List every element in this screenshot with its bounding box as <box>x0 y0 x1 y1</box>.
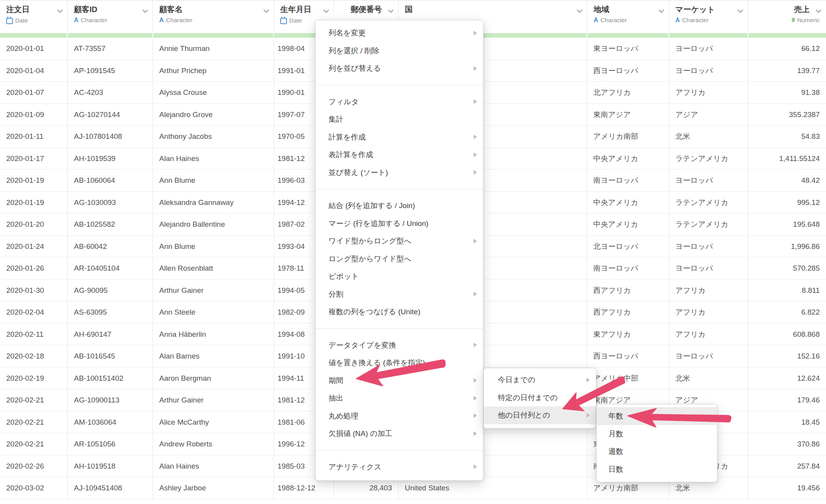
chevron-down-icon[interactable] <box>659 8 663 12</box>
column-name: 顧客ID <box>74 4 153 14</box>
submenu-arrow-icon <box>474 464 477 469</box>
cell: AC-4203 <box>68 82 153 104</box>
context-menu-item[interactable]: 列を並び替える <box>316 60 483 77</box>
date-icon <box>6 18 13 24</box>
menu-separator <box>316 450 483 450</box>
context-menu-item[interactable]: 結合 (列を追加する / Join) <box>316 197 483 215</box>
cell: Arthur Gainer <box>153 280 274 302</box>
column-type: ACharacter <box>74 17 153 24</box>
submenu-arrow-icon <box>474 431 477 436</box>
chevron-down-icon[interactable] <box>388 8 393 12</box>
context-menu-item[interactable]: 欠損値 (NA) の加工 <box>316 425 483 443</box>
submenu-item[interactable]: 今日までの <box>484 371 596 389</box>
data-wrangling-table-screen: 注文日Date顧客IDACharacter顧客名ACharacter生年月日Da… <box>0 0 826 504</box>
column-name: 地域 <box>594 4 669 14</box>
chevron-down-icon[interactable] <box>324 8 328 12</box>
submenu-item[interactable]: 他の日付列との <box>484 406 596 424</box>
menu-item-label: ロング型からワイド型へ <box>329 255 411 263</box>
subsubmenu-item[interactable]: 年数 <box>597 407 717 425</box>
submenu-arrow-icon <box>474 170 477 175</box>
column-header-8[interactable]: マーケットACharacter <box>669 0 748 33</box>
menu-item-label: フィルタ <box>329 98 359 106</box>
context-menu-item[interactable]: 丸め処理 <box>316 407 483 425</box>
numeric-icon: # <box>791 17 795 24</box>
cell: アメリカ南部 <box>587 126 669 148</box>
cell: AH-1019518 <box>68 455 153 478</box>
context-menu-item[interactable]: ロング型からワイド型へ <box>316 250 483 268</box>
cell: 8.811 <box>748 280 826 302</box>
context-menu-item[interactable]: 期間 <box>316 372 483 390</box>
context-menu-item[interactable]: 表計算を作成 <box>316 146 483 164</box>
cell: ヨーロッパ <box>669 38 748 60</box>
cell: AR-1051056 <box>68 433 153 455</box>
character-icon: A <box>594 17 598 24</box>
chevron-down-icon[interactable] <box>738 8 742 12</box>
column-header-1[interactable]: 注文日Date <box>0 0 68 33</box>
context-menu-item[interactable]: アナリティクス <box>316 458 483 476</box>
cell: 2020-01-07 <box>0 82 68 104</box>
cell: アフリカ <box>669 301 748 324</box>
cell: Anthony Jacobs <box>153 126 274 148</box>
context-menu-item[interactable]: 分割 <box>316 285 483 303</box>
context-menu-item[interactable]: フィルタ <box>316 93 483 111</box>
chevron-down-icon[interactable] <box>577 8 582 12</box>
cell: AG-10270144 <box>68 104 153 126</box>
context-menu-item[interactable]: 計算を作成 <box>316 128 483 146</box>
cell: AR-10405104 <box>68 257 153 280</box>
cell: 北アフリカ <box>587 82 669 104</box>
cell: 北米 <box>669 126 748 148</box>
character-icon: A <box>675 17 680 24</box>
context-menu-item[interactable]: 列名を変更 <box>316 24 483 42</box>
context-menu-item[interactable]: マージ (行を追加する / Union) <box>316 215 483 233</box>
cell: 18.45 <box>748 411 826 434</box>
cell: Annie Thurman <box>153 38 274 60</box>
menu-item-label: 列を並び替える <box>329 64 381 72</box>
subsubmenu-item[interactable]: 月数 <box>597 425 717 443</box>
submenu-item[interactable]: 特定の日付までの <box>484 389 596 407</box>
context-menu-item[interactable]: ピボット <box>316 268 483 285</box>
subsubmenu-item[interactable]: 週数 <box>597 443 717 460</box>
context-menu-item[interactable]: 抽出 <box>316 389 483 407</box>
chevron-down-icon[interactable] <box>58 8 62 12</box>
context-menu-item[interactable]: 複数の列をつなげる (Unite) <box>316 303 483 321</box>
cell: ラテンアメリカ <box>669 192 748 214</box>
header-underline-segment <box>0 33 68 38</box>
context-menu-item[interactable]: データタイプを変換 <box>316 336 483 354</box>
cell: Arthur Gainer <box>153 389 274 411</box>
cell: 東アフリカ <box>587 324 669 346</box>
cell: 355.2387 <box>748 104 826 126</box>
cell: 91.38 <box>748 82 826 104</box>
menu-item-label: 列名を変更 <box>329 29 366 37</box>
character-icon: A <box>74 17 79 24</box>
menu-item-label: アナリティクス <box>329 463 381 471</box>
cell: Alice McCarthy <box>153 411 274 434</box>
column-header-7[interactable]: 地域ACharacter <box>587 0 669 33</box>
context-menu-item[interactable]: 値を置き換える (条件を指定) <box>316 354 483 372</box>
cell: 2020-02-04 <box>0 301 68 324</box>
context-menu-item[interactable]: 集計 <box>316 110 483 128</box>
cell: 2020-01-26 <box>0 257 68 280</box>
header-underline-segment <box>587 33 669 38</box>
cell: 西アフリカ <box>587 301 669 324</box>
column-name: 顧客名 <box>159 4 274 14</box>
column-type-label: Character <box>601 17 627 24</box>
chevron-down-icon[interactable] <box>143 8 147 12</box>
column-header-3[interactable]: 顧客名ACharacter <box>153 0 274 33</box>
chevron-down-icon[interactable] <box>264 8 268 12</box>
submenu-arrow-icon <box>474 135 477 139</box>
context-menu-item[interactable]: 並び替え (ソート) <box>316 164 483 182</box>
column-header-9[interactable]: 売上#Numeric <box>748 0 826 33</box>
chevron-down-icon[interactable] <box>816 8 821 12</box>
cell: Alan Haines <box>153 148 274 170</box>
context-menu-item[interactable]: 列を選択 / 削除 <box>316 42 483 60</box>
cell: 2020-02-18 <box>0 345 68 368</box>
cell: AB-1060064 <box>68 170 153 192</box>
column-header-2[interactable]: 顧客IDACharacter <box>68 0 153 33</box>
cell: 2020-01-20 <box>0 214 68 236</box>
menu-item-label: 抽出 <box>329 394 343 402</box>
cell: 2020-03-02 <box>0 477 68 499</box>
cell: 2020-02-11 <box>0 324 68 346</box>
context-menu-item[interactable]: ワイド型からロング型へ <box>316 232 483 250</box>
cell: 257.84 <box>748 455 826 478</box>
subsubmenu-item[interactable]: 日数 <box>597 460 717 478</box>
